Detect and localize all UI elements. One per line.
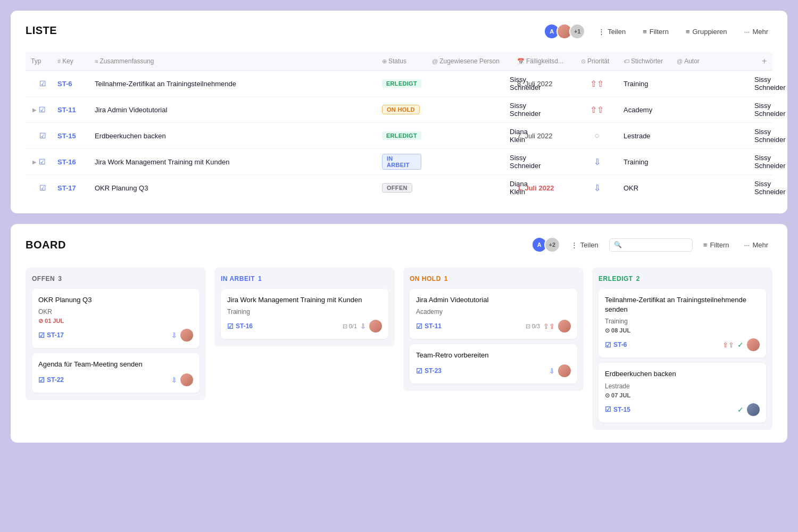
card-count: ⊡ 0/3 xyxy=(526,323,540,330)
status-cell: ERLEDIGT xyxy=(377,123,427,149)
checkbox-icon[interactable]: ☑ xyxy=(39,131,46,140)
table-row: ▶☑ ST-11 Jira Admin Videotutorial ON HOL… xyxy=(26,97,772,123)
priority-cell: ⇩ xyxy=(576,149,618,175)
th-priority: ⊙Priorität xyxy=(576,52,618,71)
priority-icon: ⇧⇧ xyxy=(590,106,604,114)
card-title: OKR Planung Q3 xyxy=(38,295,193,305)
board-card: Teilnahme-Zertifikat an Trainingsteilneh… xyxy=(598,289,766,358)
card-title: Erdbeerkuchen backen xyxy=(605,369,760,379)
card-actions: ⊡ 0/1 ⇩ xyxy=(343,320,382,332)
author-cell: Sissy Schneider xyxy=(671,123,757,149)
card-key: ST-11 xyxy=(425,322,442,330)
person-cell: Sissy Schneider xyxy=(427,97,512,123)
card-id: ☑ ST-6 xyxy=(605,341,627,349)
list-share-button[interactable]: ⋮ Teilen xyxy=(594,26,630,38)
card-checkbox-icon: ☑ xyxy=(605,341,611,349)
board-avatar-group: A +2 xyxy=(531,237,560,253)
checkbox-icon[interactable]: ☑ xyxy=(39,157,46,166)
key-cell[interactable]: ST-6 xyxy=(52,71,89,97)
list-avatar-group: A +1 xyxy=(544,23,585,39)
card-key: ST-15 xyxy=(613,406,630,413)
column-count: 3 xyxy=(58,275,62,282)
card-footer: ☑ ST-16 ⊡ 0/1 ⇩ xyxy=(227,320,382,332)
checkbox-icon[interactable]: ☑ xyxy=(39,79,46,88)
status-badge: ERLEDIGT xyxy=(382,79,421,88)
card-footer: ☑ ST-15 ✓ xyxy=(605,403,760,416)
card-key: ST-6 xyxy=(613,341,627,348)
board-share-icon: ⋮ xyxy=(571,241,578,249)
typ-cell: ☑ xyxy=(26,123,52,149)
person-cell: Diana Klein xyxy=(427,123,512,149)
checkmark-icon: ✓ xyxy=(737,340,744,349)
th-tags: 🏷Stichwörter xyxy=(618,52,671,71)
summary-cell: Jira Admin Videotutorial xyxy=(89,97,377,123)
avatar-count: +1 xyxy=(569,23,585,39)
th-summary: ≡Zusammenfassung xyxy=(89,52,377,71)
list-more-button[interactable]: ··· Mehr xyxy=(740,26,772,38)
key-cell[interactable]: ST-11 xyxy=(52,97,89,123)
board-column-erledigt: ERLEDIGT 2 Teilnahme-Zertifikat an Train… xyxy=(592,268,772,430)
due-cell: 7. Juli 2022 xyxy=(512,123,576,149)
card-title: Jira Admin Videotutorial xyxy=(416,295,571,305)
card-title: Teilnahme-Zertifikat an Trainingsteilneh… xyxy=(605,295,760,314)
key-link[interactable]: ST-15 xyxy=(57,132,76,140)
priority-cell: ⇧⇧ xyxy=(576,97,618,123)
card-actions: ⊡ 0/3 ⇧⇧ xyxy=(526,320,571,332)
key-link[interactable]: ST-17 xyxy=(57,184,76,192)
list-title: LISTE xyxy=(26,24,57,37)
board-card: Jira Work Management Training mit Kunden… xyxy=(221,289,388,339)
status-badge: IN ARBEIT xyxy=(382,154,421,170)
th-due: 📅Fälligkeitsd... xyxy=(512,52,576,71)
status-badge: OFFEN xyxy=(382,183,412,193)
list-group-button[interactable]: ≡ Gruppieren xyxy=(681,26,732,38)
card-checkbox-icon: ☑ xyxy=(605,405,611,413)
board-share-button[interactable]: ⋮ Teilen xyxy=(567,239,603,251)
board-more-button[interactable]: ··· Mehr xyxy=(740,239,772,251)
typ-cell: ☑ xyxy=(26,175,52,201)
column-header: IN ARBEIT 1 xyxy=(221,275,388,282)
board-panel: BOARD A +2 ⋮ Teilen 🔍 ≡ Filtern ··· Mehr xyxy=(11,224,787,443)
list-toolbar: A +1 ⋮ Teilen ≡ Filtern ≡ Gruppieren ···… xyxy=(544,23,772,39)
author-cell: Sissy Schneider xyxy=(671,175,757,201)
author-name: Sissy Schneider xyxy=(754,180,786,196)
column-count: 2 xyxy=(636,275,640,282)
th-add[interactable]: + xyxy=(757,52,772,71)
board-search-box[interactable]: 🔍 xyxy=(609,238,693,252)
board-column-inarbeit: IN ARBEIT 1 Jira Work Management Trainin… xyxy=(214,268,395,346)
key-link[interactable]: ST-6 xyxy=(57,80,72,88)
key-cell[interactable]: ST-16 xyxy=(52,149,89,175)
th-author: @Autor xyxy=(671,52,757,71)
summary-cell: Teilnahme-Zertifikat an Trainingsteilneh… xyxy=(89,71,377,97)
column-count: 1 xyxy=(258,275,262,282)
table-row: ☑ ST-17 OKR Planung Q3 OFFEN Diana Klein… xyxy=(26,175,772,201)
checkbox-icon[interactable]: ☑ xyxy=(39,105,46,114)
status-badge: ON HOLD xyxy=(382,105,420,114)
key-link[interactable]: ST-11 xyxy=(57,106,76,114)
filter-icon: ≡ xyxy=(643,28,647,36)
card-checkbox-icon: ☑ xyxy=(416,367,422,375)
board-more-icon: ··· xyxy=(744,241,750,249)
priority-icon: ⇧⇧ xyxy=(590,80,604,88)
key-cell[interactable]: ST-15 xyxy=(52,123,89,149)
list-filter-button[interactable]: ≡ Filtern xyxy=(638,26,673,38)
board-search-input[interactable] xyxy=(624,241,688,249)
column-count: 1 xyxy=(444,275,448,282)
card-count: ⊡ 0/1 xyxy=(343,323,357,330)
key-cell[interactable]: ST-17 xyxy=(52,175,89,201)
expand-icon[interactable]: ▶ xyxy=(32,107,37,113)
typ-cell: ▶☑ xyxy=(26,97,52,123)
share-icon: ⋮ xyxy=(598,28,605,36)
board-filter-button[interactable]: ≡ Filtern xyxy=(699,239,734,251)
person-name: Sissy Schneider xyxy=(510,154,541,170)
column-header: OFFEN 3 xyxy=(32,275,200,282)
key-link[interactable]: ST-16 xyxy=(57,158,76,166)
summary-cell: OKR Planung Q3 xyxy=(89,175,377,201)
board-columns: OFFEN 3 OKR Planung Q3 OKR ⊘ 01 JUL ☑ ST… xyxy=(26,268,772,430)
expand-icon[interactable]: ▶ xyxy=(32,159,37,165)
checkbox-icon[interactable]: ☑ xyxy=(39,184,46,192)
status-cell: OFFEN xyxy=(377,175,427,201)
card-checkbox-icon: ☑ xyxy=(227,322,234,330)
card-key: ST-22 xyxy=(47,376,64,384)
card-id: ☑ ST-11 xyxy=(416,322,442,330)
card-actions: ⇩ xyxy=(171,373,193,386)
